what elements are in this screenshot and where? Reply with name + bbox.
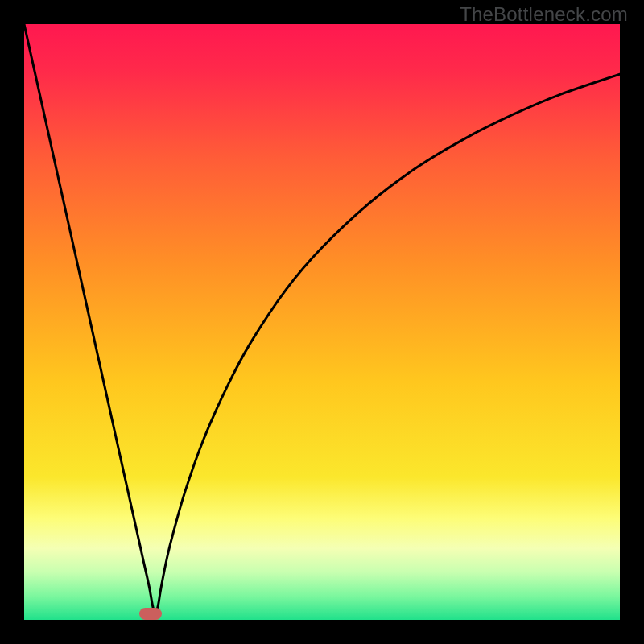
optimal-marker [139, 608, 162, 620]
heatmap-background [24, 24, 620, 620]
chart-frame: TheBottleneck.com [0, 0, 644, 644]
bottleneck-plot [24, 24, 620, 620]
watermark-text: TheBottleneck.com [460, 3, 628, 26]
